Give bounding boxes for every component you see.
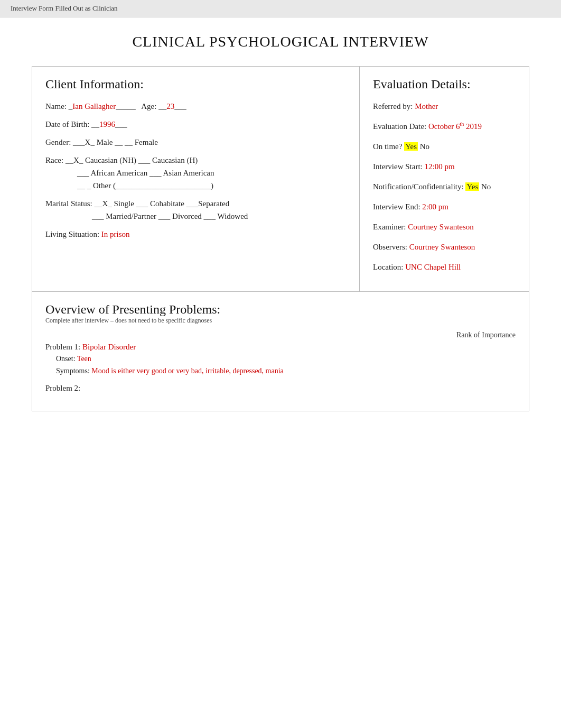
- race-line1: Race: __X_ Caucasian (NH) ___ Caucasian …: [45, 154, 346, 167]
- eval-date-text: October 6: [428, 122, 460, 131]
- eval-date-value: October 6th 2019: [428, 122, 482, 131]
- client-dob: 1996: [99, 120, 115, 128]
- on-time-no: No: [418, 142, 429, 151]
- interview-start-value: 12:00 pm: [424, 162, 454, 171]
- gender-line: Gender: ___X_ Male __ __ Female: [45, 136, 346, 149]
- problem-1-block: Problem 1: Bipolar Disorder Onset: Teen …: [45, 343, 516, 376]
- interview-start-prefix: Interview Start:: [373, 162, 424, 171]
- marital-section: Marital Status: __X_ Single ___ Cohabita…: [45, 197, 346, 223]
- top-bar: Interview Form Filled Out as Clinician: [0, 0, 561, 17]
- race-line3-text: __ _ Other (________________________): [77, 181, 213, 190]
- symptoms-prefix: Symptoms:: [56, 367, 91, 375]
- examiner-value: Courtney Swanteson: [408, 223, 474, 231]
- interview-end-prefix: Interview End:: [373, 202, 422, 211]
- onset-line: Onset: Teen: [56, 355, 516, 363]
- name-line: Name: _Ian Gallagher_____ Age: __23___: [45, 100, 346, 113]
- interview-end-value: 2:00 pm: [422, 202, 448, 211]
- eval-date-year: 2019: [464, 122, 482, 131]
- notif-prefix: Notification/Confidentiality:: [373, 182, 465, 191]
- symptoms-value: Mood is either very good or very bad, ir…: [91, 367, 284, 375]
- marital-line2: ___ Married/Partner ___ Divorced ___ Wid…: [92, 210, 346, 223]
- presenting-problems-subheading: Complete after interview – does not need…: [45, 317, 516, 325]
- age-suffix: ___: [174, 102, 186, 110]
- observers-line: Observers: Courtney Swanteson: [373, 241, 516, 253]
- eval-date-prefix: Evaluation Date:: [373, 122, 428, 131]
- client-age: 23: [166, 102, 174, 110]
- observers-value: Courtney Swanteson: [409, 243, 475, 251]
- onset-value: Teen: [77, 355, 91, 363]
- on-time-prefix: On time?: [373, 142, 404, 151]
- main-box: Client Information: Name: _Ian Gallagher…: [32, 66, 529, 411]
- interview-start-line: Interview Start: 12:00 pm: [373, 160, 516, 173]
- presenting-problems-heading: Overview of Presenting Problems:: [45, 302, 516, 317]
- eval-details-section: Evaluation Details: Referred by: Mother …: [360, 67, 529, 291]
- examiner-prefix: Examiner:: [373, 223, 408, 231]
- location-line: Location: UNC Chapel Hill: [373, 261, 516, 273]
- age-prefix: Age: __: [141, 102, 166, 110]
- dob-prefix: Date of Birth: __: [45, 120, 99, 128]
- notif-yes: Yes: [465, 182, 479, 191]
- location-value: UNC Chapel Hill: [405, 263, 461, 271]
- page-title: CLINICAL PSYCHOLOGICAL INTERVIEW: [32, 33, 529, 50]
- referred-by-prefix: Referred by:: [373, 102, 415, 110]
- name-suffix: _____: [116, 102, 136, 110]
- problem-2-block: Problem 2:: [45, 384, 516, 393]
- two-col: Client Information: Name: _Ian Gallagher…: [32, 67, 529, 291]
- presenting-problems-section: Overview of Presenting Problems: Complet…: [32, 291, 529, 411]
- living-value: In prison: [101, 230, 130, 238]
- page-wrapper: CLINICAL PSYCHOLOGICAL INTERVIEW Client …: [0, 17, 561, 427]
- dob-suffix: ___: [115, 120, 127, 128]
- referred-by-line: Referred by: Mother: [373, 100, 516, 113]
- name-prefix: Name: _: [45, 102, 72, 110]
- marital-line1: Marital Status: __X_ Single ___ Cohabita…: [45, 197, 346, 210]
- location-prefix: Location:: [373, 263, 405, 271]
- problem-1-prefix: Problem 1:: [45, 343, 82, 351]
- marital-line2-text: ___ Married/Partner ___ Divorced ___ Wid…: [92, 212, 248, 220]
- referred-by-value: Mother: [415, 102, 438, 110]
- problem-2-label: Problem 2:: [45, 384, 516, 393]
- client-info-heading: Client Information:: [45, 77, 346, 91]
- race-section: Race: __X_ Caucasian (NH) ___ Caucasian …: [45, 154, 346, 192]
- interview-end-line: Interview End: 2:00 pm: [373, 200, 516, 213]
- symptoms-line: Symptoms: Mood is either very good or ve…: [56, 365, 516, 376]
- race-line2-text: ___ African American ___ Asian American: [77, 169, 214, 177]
- examiner-line: Examiner: Courtney Swanteson: [373, 220, 516, 233]
- notif-line: Notification/Confidentiality: Yes No: [373, 180, 516, 193]
- gender-text: Gender: ___X_ Male __ __ Female: [45, 138, 158, 146]
- observers-prefix: Observers:: [373, 243, 409, 251]
- eval-details-heading: Evaluation Details:: [373, 77, 516, 91]
- rank-label: Rank of Importance: [45, 331, 516, 339]
- client-name: Ian Gallagher: [72, 102, 116, 110]
- eval-date-line: Evaluation Date: October 6th 2019: [373, 120, 516, 133]
- race-line3: __ _ Other (________________________): [77, 179, 346, 192]
- on-time-line: On time? Yes No: [373, 140, 516, 153]
- notif-no: No: [479, 182, 491, 191]
- dob-line: Date of Birth: __1996___: [45, 118, 346, 131]
- problem-1-value: Bipolar Disorder: [82, 343, 136, 351]
- on-time-yes: Yes: [404, 142, 418, 151]
- top-bar-label: Interview Form Filled Out as Clinician: [11, 4, 118, 12]
- problem-2-prefix: Problem 2:: [45, 384, 80, 392]
- living-prefix: Living Situation:: [45, 230, 101, 238]
- race-line2: ___ African American ___ Asian American: [77, 167, 346, 179]
- living-situation-line: Living Situation: In prison: [45, 228, 346, 241]
- onset-prefix: Onset:: [56, 355, 77, 363]
- problem-1-label: Problem 1: Bipolar Disorder: [45, 343, 516, 352]
- client-info-section: Client Information: Name: _Ian Gallagher…: [32, 67, 360, 291]
